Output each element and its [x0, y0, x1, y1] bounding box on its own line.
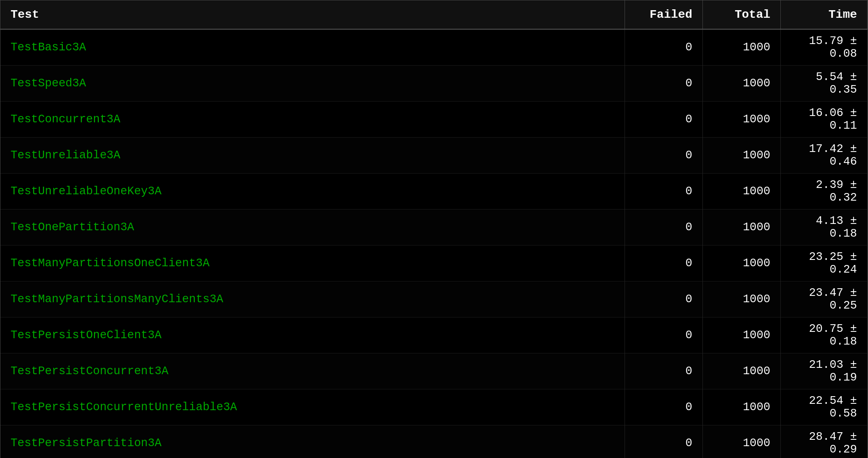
cell-test: TestUnreliable3A: [0, 138, 625, 174]
table-row: TestPersistConcurrent3A0100021.03 ± 0.19: [0, 353, 868, 389]
results-table: Test Failed Total Time TestBasic3A010001…: [0, 0, 868, 458]
cell-test: TestManyPartitionsOneClient3A: [0, 246, 625, 281]
header-time: Time: [781, 0, 868, 29]
cell-test: TestPersistConcurrent3A: [0, 353, 625, 389]
table-body: TestBasic3A0100015.79 ± 0.08TestSpeed3A0…: [0, 29, 868, 458]
table-row: TestBasic3A0100015.79 ± 0.08: [0, 29, 868, 66]
cell-total: 1000: [702, 246, 780, 281]
cell-failed: 0: [625, 174, 702, 210]
cell-total: 1000: [702, 66, 780, 102]
cell-time: 28.47 ± 0.29: [781, 425, 868, 458]
cell-time: 23.47 ± 0.25: [781, 281, 868, 317]
cell-time: 15.79 ± 0.08: [781, 29, 868, 66]
cell-failed: 0: [625, 210, 702, 246]
table-row: TestOnePartition3A010004.13 ± 0.18: [0, 210, 868, 246]
cell-failed: 0: [625, 29, 702, 66]
cell-total: 1000: [702, 102, 780, 138]
cell-total: 1000: [702, 29, 780, 66]
table-row: TestConcurrent3A0100016.06 ± 0.11: [0, 102, 868, 138]
cell-failed: 0: [625, 138, 702, 174]
cell-time: 2.39 ± 0.32: [781, 174, 868, 210]
cell-test: TestOnePartition3A: [0, 210, 625, 246]
cell-failed: 0: [625, 102, 702, 138]
cell-time: 20.75 ± 0.18: [781, 317, 868, 353]
cell-failed: 0: [625, 425, 702, 458]
cell-time: 23.25 ± 0.24: [781, 246, 868, 281]
cell-time: 17.42 ± 0.46: [781, 138, 868, 174]
results-table-container: Test Failed Total Time TestBasic3A010001…: [0, 0, 868, 458]
cell-total: 1000: [702, 317, 780, 353]
cell-test: TestBasic3A: [0, 29, 625, 66]
cell-test: TestPersistPartition3A: [0, 425, 625, 458]
cell-time: 4.13 ± 0.18: [781, 210, 868, 246]
table-row: TestPersistConcurrentUnreliable3A0100022…: [0, 389, 868, 425]
table-row: TestSpeed3A010005.54 ± 0.35: [0, 66, 868, 102]
cell-test: TestManyPartitionsManyClients3A: [0, 281, 625, 317]
cell-test: TestUnreliableOneKey3A: [0, 174, 625, 210]
cell-total: 1000: [702, 174, 780, 210]
cell-total: 1000: [702, 281, 780, 317]
table-row: TestPersistOneClient3A0100020.75 ± 0.18: [0, 317, 868, 353]
table-row: TestUnreliableOneKey3A010002.39 ± 0.32: [0, 174, 868, 210]
table-row: TestManyPartitionsOneClient3A0100023.25 …: [0, 246, 868, 281]
header-test: Test: [0, 0, 625, 29]
cell-time: 21.03 ± 0.19: [781, 353, 868, 389]
cell-test: TestSpeed3A: [0, 66, 625, 102]
header-total: Total: [702, 0, 780, 29]
cell-test: TestPersistConcurrentUnreliable3A: [0, 389, 625, 425]
cell-test: TestConcurrent3A: [0, 102, 625, 138]
table-row: TestUnreliable3A0100017.42 ± 0.46: [0, 138, 868, 174]
header-failed: Failed: [625, 0, 702, 29]
table-header-row: Test Failed Total Time: [0, 0, 868, 29]
cell-time: 22.54 ± 0.58: [781, 389, 868, 425]
table-row: TestPersistPartition3A0100028.47 ± 0.29: [0, 425, 868, 458]
cell-time: 5.54 ± 0.35: [781, 66, 868, 102]
cell-total: 1000: [702, 210, 780, 246]
cell-failed: 0: [625, 389, 702, 425]
cell-failed: 0: [625, 246, 702, 281]
cell-failed: 0: [625, 317, 702, 353]
cell-failed: 0: [625, 353, 702, 389]
cell-total: 1000: [702, 138, 780, 174]
cell-time: 16.06 ± 0.11: [781, 102, 868, 138]
cell-total: 1000: [702, 353, 780, 389]
cell-total: 1000: [702, 389, 780, 425]
table-row: TestManyPartitionsManyClients3A0100023.4…: [0, 281, 868, 317]
cell-failed: 0: [625, 66, 702, 102]
cell-total: 1000: [702, 425, 780, 458]
cell-test: TestPersistOneClient3A: [0, 317, 625, 353]
cell-failed: 0: [625, 281, 702, 317]
